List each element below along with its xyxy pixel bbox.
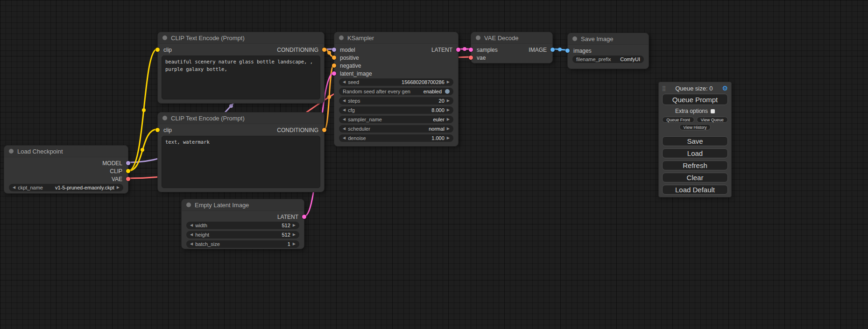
output-port-conditioning[interactable] xyxy=(322,128,326,132)
node-title-bar[interactable]: CLIP Text Encode (Prompt) xyxy=(158,32,324,44)
widget-name: height xyxy=(195,232,209,238)
input-port-positive[interactable] xyxy=(332,56,336,60)
queue-size-label: Queue size: 0 xyxy=(666,85,722,92)
queue-panel[interactable]: ⣿ Queue size: 0 ⚙ Queue Prompt Extra opt… xyxy=(658,82,732,197)
node-save-image[interactable]: Save Image images filename_prefix ComfyU… xyxy=(567,33,649,69)
input-label: latent_image xyxy=(340,70,372,77)
collapse-dot[interactable] xyxy=(9,149,14,154)
node-clip-text-encode-positive[interactable]: CLIP Text Encode (Prompt) clip CONDITION… xyxy=(157,32,325,104)
left-arrow-icon[interactable]: ◀ xyxy=(343,127,346,131)
widget-value: 20 xyxy=(362,98,444,104)
extra-options-checkbox[interactable] xyxy=(711,109,715,113)
widget-denoise[interactable]: ◀ denoise 1.000 ▶ xyxy=(339,134,453,142)
node-clip-text-encode-negative[interactable]: CLIP Text Encode (Prompt) clip CONDITION… xyxy=(157,112,325,192)
input-port-clip[interactable] xyxy=(155,128,160,132)
right-arrow-icon[interactable]: ▶ xyxy=(447,127,450,131)
node-vae-decode[interactable]: VAE Decode samples vae IMAGE xyxy=(471,32,553,63)
node-empty-latent-image[interactable]: Empty Latent Image LATENT ◀ width 512 ▶ … xyxy=(181,199,304,249)
widget-width[interactable]: ◀ width 512 ▶ xyxy=(186,222,299,229)
refresh-button[interactable]: Refresh xyxy=(662,161,728,170)
input-port-clip[interactable] xyxy=(155,48,160,52)
output-port-conditioning[interactable] xyxy=(322,48,326,52)
right-arrow-icon[interactable]: ▶ xyxy=(447,136,450,140)
left-arrow-icon[interactable]: ◀ xyxy=(343,136,346,140)
positive-prompt-textarea[interactable]: beautiful scenery nature glass bottle la… xyxy=(162,56,320,99)
node-ksampler[interactable]: KSampler model positive negative latent_… xyxy=(334,32,459,147)
input-port-samples[interactable] xyxy=(469,48,473,52)
input-port-negative[interactable] xyxy=(332,63,336,68)
node-title: Save Image xyxy=(581,35,613,42)
right-arrow-icon[interactable]: ▶ xyxy=(293,224,296,227)
node-title-bar[interactable]: Save Image xyxy=(568,33,649,45)
output-port-latent[interactable] xyxy=(302,215,306,219)
node-title-bar[interactable]: CLIP Text Encode (Prompt) xyxy=(158,112,324,124)
widget-seed[interactable]: ◀ seed 156680208700286 ▶ xyxy=(339,78,453,86)
collapse-dot[interactable] xyxy=(186,203,191,207)
settings-gear-icon[interactable]: ⚙ xyxy=(722,85,728,91)
right-arrow-icon[interactable]: ▶ xyxy=(447,80,450,84)
left-arrow-icon[interactable]: ◀ xyxy=(190,224,193,227)
load-default-button[interactable]: Load Default xyxy=(662,185,728,195)
output-port-model[interactable] xyxy=(126,161,130,165)
right-arrow-icon[interactable]: ▶ xyxy=(447,118,450,121)
input-port-latent-image[interactable] xyxy=(332,71,336,76)
node-title-bar[interactable]: Empty Latent Image xyxy=(182,199,304,211)
left-arrow-icon[interactable]: ◀ xyxy=(190,233,193,237)
collapse-dot[interactable] xyxy=(162,35,167,40)
clear-button[interactable]: Clear xyxy=(662,173,728,182)
output-port-clip[interactable] xyxy=(126,169,130,173)
widget-ckpt-name[interactable]: ◀ ckpt_name v1-5-pruned-emaonly.ckpt ▶ xyxy=(9,184,123,191)
node-load-checkpoint[interactable]: Load Checkpoint MODEL CLIP VAE ◀ ckpt_na… xyxy=(4,145,128,194)
right-arrow-icon[interactable]: ▶ xyxy=(293,233,296,237)
collapse-dot[interactable] xyxy=(162,116,167,120)
input-port-vae[interactable] xyxy=(469,56,473,60)
queue-prompt-button[interactable]: Queue Prompt xyxy=(662,94,728,105)
widget-name: width xyxy=(195,223,207,228)
left-arrow-icon[interactable]: ◀ xyxy=(190,242,193,246)
left-arrow-icon[interactable]: ◀ xyxy=(343,80,346,84)
right-arrow-icon[interactable]: ▶ xyxy=(447,99,450,103)
save-button[interactable]: Save xyxy=(662,136,728,146)
input-port-images[interactable] xyxy=(565,49,570,53)
collapse-dot[interactable] xyxy=(476,35,480,40)
widget-scheduler[interactable]: ◀ scheduler normal ▶ xyxy=(339,125,453,133)
widget-random-seed-toggle[interactable]: Random seed after every gen enabled xyxy=(339,88,453,95)
input-label: clip xyxy=(163,127,172,133)
graph-canvas[interactable]: Load Checkpoint MODEL CLIP VAE ◀ ckpt_na… xyxy=(0,0,868,329)
node-title-bar[interactable]: VAE Decode xyxy=(471,32,552,44)
node-title: Empty Latent Image xyxy=(195,202,249,209)
left-arrow-icon[interactable]: ◀ xyxy=(343,118,346,121)
left-arrow-icon[interactable]: ◀ xyxy=(343,108,346,112)
collapse-dot[interactable] xyxy=(572,36,577,41)
output-port-vae[interactable] xyxy=(126,177,130,181)
output-port-latent[interactable] xyxy=(456,48,460,52)
load-button[interactable]: Load xyxy=(662,148,728,158)
input-port-model[interactable] xyxy=(332,48,336,52)
widget-value: 1.000 xyxy=(368,135,445,141)
view-history-button[interactable]: View History xyxy=(679,124,711,130)
widget-value: 1 xyxy=(222,241,290,247)
node-title: CLIP Text Encode (Prompt) xyxy=(171,115,245,122)
widget-sampler-name[interactable]: ◀ sampler_name euler ▶ xyxy=(339,116,453,123)
widget-filename-prefix[interactable]: filename_prefix ComfyUI xyxy=(572,56,644,63)
left-arrow-icon[interactable]: ◀ xyxy=(343,99,346,103)
widget-height[interactable]: ◀ height 512 ▶ xyxy=(186,231,299,238)
left-arrow-icon[interactable]: ◀ xyxy=(13,186,15,189)
widget-steps[interactable]: ◀ steps 20 ▶ xyxy=(339,97,453,105)
extra-options-label: Extra options xyxy=(675,108,708,114)
collapse-dot[interactable] xyxy=(339,35,344,40)
widget-batch-size[interactable]: ◀ batch_size 1 ▶ xyxy=(186,240,299,248)
output-port-image[interactable] xyxy=(550,48,555,52)
node-title-bar[interactable]: Load Checkpoint xyxy=(4,146,128,157)
toggle-indicator[interactable] xyxy=(445,89,450,94)
right-arrow-icon[interactable]: ▶ xyxy=(117,186,120,189)
drag-handle-icon[interactable]: ⣿ xyxy=(662,86,666,91)
right-arrow-icon[interactable]: ▶ xyxy=(293,242,296,246)
queue-front-button[interactable]: Queue Front xyxy=(662,117,694,123)
right-arrow-icon[interactable]: ▶ xyxy=(447,108,450,112)
negative-prompt-textarea[interactable]: text, watermark xyxy=(162,136,320,188)
view-queue-button[interactable]: View Queue xyxy=(697,117,728,123)
node-title-bar[interactable]: KSampler xyxy=(334,32,458,44)
widget-cfg[interactable]: ◀ cfg 8.000 ▶ xyxy=(339,106,453,114)
widget-value: 512 xyxy=(212,232,290,238)
